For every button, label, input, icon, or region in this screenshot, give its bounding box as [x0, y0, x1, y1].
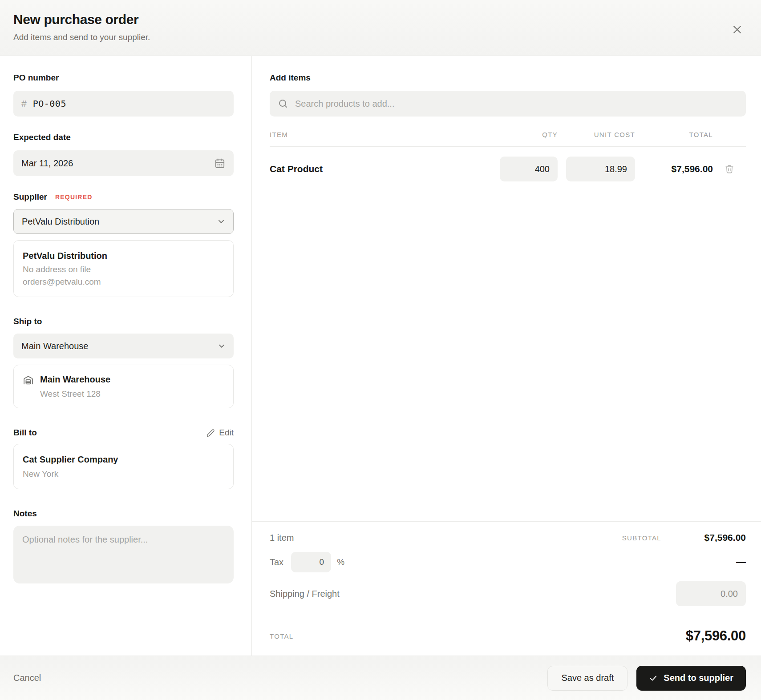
page-title: New purchase order [13, 12, 150, 27]
total-row: TOTAL $7,596.00 [270, 617, 746, 656]
bill-to-card: Cat Supplier Company New York [13, 444, 234, 489]
warehouse-name: Main Warehouse [40, 374, 110, 385]
order-details-panel: PO number # PO-005 Expected date Mar 11,… [0, 56, 252, 656]
chevron-down-icon [217, 341, 227, 351]
items-empty-space [270, 181, 746, 521]
expected-date-value: Mar 11, 2026 [21, 158, 73, 169]
edit-bill-to-button[interactable]: Edit [206, 428, 234, 438]
trash-icon [725, 164, 734, 174]
product-search-box [270, 91, 746, 117]
chevron-down-icon [216, 217, 226, 226]
expected-date-label: Expected date [13, 133, 234, 142]
close-icon [731, 24, 743, 36]
warehouse-icon [23, 374, 34, 399]
ship-to-selected-value: Main Warehouse [21, 341, 88, 351]
subtotal-label: SUBTOTAL [622, 534, 661, 542]
send-to-supplier-label: Send to supplier [664, 673, 733, 683]
supplier-label: Supplier [13, 192, 47, 202]
total-amount: $7,596.00 [686, 628, 746, 644]
header-text: New purchase order Add items and send to… [13, 12, 150, 42]
warehouse-address: West Street 128 [40, 389, 110, 399]
column-header-qty: QTY [500, 131, 558, 138]
hash-icon: # [21, 98, 27, 109]
tax-input[interactable] [291, 552, 331, 572]
tax-amount: — [736, 556, 746, 568]
warehouse-info-card: Main Warehouse West Street 128 [13, 365, 234, 408]
item-name: Cat Product [270, 164, 500, 174]
edit-label: Edit [219, 428, 234, 438]
po-number-value: PO-005 [33, 98, 66, 109]
close-button[interactable] [729, 21, 746, 38]
modal-footer: Cancel Save as draft Send to supplier [0, 656, 761, 700]
tax-row: Tax % — [270, 552, 746, 572]
supplier-name: PetValu Distribution [23, 250, 224, 261]
unit-cost-input[interactable] [566, 157, 635, 181]
bill-to-name: Cat Supplier Company [23, 454, 224, 465]
subtotal-row: 1 item SUBTOTAL $7,596.00 [270, 532, 746, 543]
search-input[interactable] [295, 99, 738, 109]
row-total: $7,596.00 [646, 164, 713, 174]
items-table-header: ITEM QTY UNIT COST TOTAL [270, 131, 746, 147]
items-panel: Add items ITEM QTY UNIT COST TOTAL Cat P… [252, 56, 761, 656]
tax-percent-sign: % [337, 557, 344, 567]
qty-input[interactable] [500, 157, 558, 181]
pencil-icon [206, 429, 215, 437]
add-items-label: Add items [270, 73, 746, 83]
search-icon [278, 98, 288, 109]
total-label: TOTAL [270, 632, 293, 640]
bill-to-address: New York [23, 469, 224, 479]
item-count: 1 item [270, 533, 294, 543]
shipping-row: Shipping / Freight [270, 581, 746, 606]
cancel-button[interactable]: Cancel [13, 673, 41, 683]
supplier-selected-value: PetValu Distribution [22, 217, 99, 227]
subtotal-amount: $7,596.00 [675, 532, 746, 543]
new-purchase-order-modal: New purchase order Add items and send to… [0, 0, 761, 700]
column-header-unit-cost: UNIT COST [566, 131, 635, 138]
supplier-info-card: PetValu Distribution No address on file … [13, 240, 234, 297]
supplier-select[interactable]: PetValu Distribution [13, 209, 234, 234]
calendar-icon [214, 157, 226, 169]
save-as-draft-button[interactable]: Save as draft [547, 666, 627, 691]
ship-to-select[interactable]: Main Warehouse [13, 334, 234, 358]
ship-to-label: Ship to [13, 317, 234, 326]
warehouse-text: Main Warehouse West Street 128 [40, 374, 110, 399]
modal-header: New purchase order Add items and send to… [0, 0, 761, 56]
order-summary: 1 item SUBTOTAL $7,596.00 Tax % — Shippi… [252, 521, 761, 656]
notes-label: Notes [13, 509, 234, 519]
send-to-supplier-button[interactable]: Send to supplier [636, 666, 746, 691]
page-subtitle: Add items and send to your supplier. [13, 32, 150, 42]
check-icon [649, 674, 658, 683]
shipping-input[interactable] [676, 581, 746, 606]
shipping-label: Shipping / Freight [270, 589, 340, 599]
modal-body: PO number # PO-005 Expected date Mar 11,… [0, 56, 761, 656]
supplier-address: No address on file [23, 265, 224, 274]
notes-textarea[interactable] [13, 526, 234, 583]
po-number-label: PO number [13, 73, 234, 83]
table-row: Cat Product $7,596.00 [270, 157, 746, 181]
required-badge: REQUIRED [55, 193, 93, 201]
delete-item-button[interactable] [723, 162, 736, 176]
bill-to-label: Bill to [13, 428, 37, 438]
tax-label: Tax [270, 557, 283, 567]
column-header-total: TOTAL [646, 131, 713, 138]
po-number-field[interactable]: # PO-005 [13, 91, 234, 117]
supplier-email: orders@petvalu.com [23, 277, 224, 287]
expected-date-field[interactable]: Mar 11, 2026 [13, 150, 234, 176]
column-header-item: ITEM [270, 131, 500, 138]
